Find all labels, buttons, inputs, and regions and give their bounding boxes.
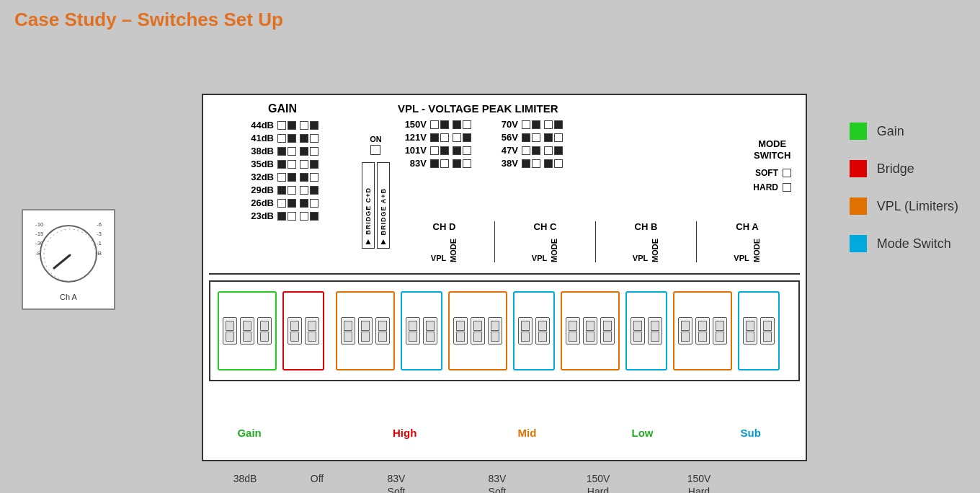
legend-label-bridge: Bridge [877, 161, 914, 177]
low-vpl-group [561, 291, 620, 370]
switch [310, 121, 318, 130]
gain-row-29: 29dB [246, 185, 318, 195]
switch [277, 121, 286, 130]
switch [310, 212, 318, 221]
switch [277, 199, 286, 208]
bottom-group-labels: Gain High Mid Low Sub [209, 427, 800, 440]
switch [300, 173, 308, 182]
switch [288, 212, 296, 221]
switch [288, 186, 296, 195]
hard-switch [783, 183, 791, 192]
switch [277, 134, 286, 143]
gain-rows: 44dB 41dB [246, 120, 318, 221]
low-mode-group [625, 291, 667, 370]
gain-row-32: 32dB [246, 172, 318, 182]
gain-bottom-label: Gain [237, 427, 261, 439]
gain-row-23: 23dB [246, 210, 318, 221]
switch [277, 160, 286, 169]
sub-bottom-label: Sub [741, 427, 761, 439]
switch [288, 134, 296, 143]
legend-label-vpl: VPL (Limiters) [877, 199, 958, 214]
knob-container: -10 -15 -30 -80 -6 -3 -1 0dB Ch A [22, 209, 115, 310]
bridge-group [282, 291, 324, 370]
vpl-section: VPL - VOLTAGE PEAK LIMITER 150V [398, 102, 563, 169]
knob-label: Ch A [60, 293, 77, 301]
gain-row-41: 41dB [246, 133, 318, 143]
switch [300, 160, 308, 169]
vpl-title: VPL - VOLTAGE PEAK LIMITER [398, 102, 563, 115]
switch [277, 186, 286, 195]
knob-circle [40, 225, 97, 283]
legend-color-mode [850, 235, 867, 252]
gain-group [218, 291, 277, 370]
switch [288, 199, 296, 208]
switch [288, 147, 296, 156]
legend-item-vpl: VPL (Limiters) [850, 197, 958, 215]
switch [310, 199, 318, 208]
sub-vpl-group [673, 291, 732, 370]
bottom-switches-area [209, 280, 800, 381]
high-vpl-group [336, 291, 395, 370]
main-panel: GAIN 44dB 41dB [202, 94, 807, 461]
switch [300, 121, 308, 130]
gain-title: GAIN [246, 102, 318, 115]
on-switch [370, 145, 380, 155]
mid-bottom-label: Mid [518, 427, 537, 439]
switch [300, 134, 308, 143]
legend-item-bridge: Bridge [850, 160, 958, 177]
values-row: 38dB Off 83VSoft 83VSoft 150VHard 150VHa… [202, 472, 807, 493]
legend-color-vpl [850, 197, 867, 215]
gain-row-26: 26dB [246, 197, 318, 208]
gain-section: GAIN 44dB 41dB [246, 102, 318, 221]
channel-header-row: CH D VPL MODE CH C VPL MODE CH B VPL [394, 221, 798, 262]
page-title: Case Study – Switches Set Up [14, 9, 283, 31]
switch [277, 212, 286, 221]
legend: Gain Bridge VPL (Limiters) Mode Switch [850, 123, 958, 252]
switch [310, 160, 318, 169]
switch [277, 173, 286, 182]
high-mode-group [401, 291, 442, 370]
low-bottom-label: Low [631, 427, 653, 439]
knob: -10 -15 -30 -80 -6 -3 -1 0dB [32, 218, 104, 290]
switch [310, 134, 318, 143]
high-bottom-label: High [393, 427, 416, 439]
switch [310, 173, 318, 182]
legend-label-gain: Gain [877, 124, 904, 139]
switch [300, 186, 308, 195]
switch [288, 121, 296, 130]
gain-row-44: 44dB [246, 120, 318, 130]
switch [300, 147, 308, 156]
legend-item-gain: Gain [850, 123, 958, 140]
on-bridge-section: ON BRIDGE C+D ▲ BRIDGE A+B ▲ [362, 135, 390, 249]
soft-switch [783, 169, 791, 177]
mode-switch-section: MODESWITCH SOFT HARD [753, 138, 791, 192]
vpl-col1: 150V 121V [398, 119, 471, 169]
mid-vpl-group [448, 291, 507, 370]
mid-mode-group [513, 291, 555, 370]
vpl-col2: 70V 56V [493, 119, 563, 169]
switch [288, 160, 296, 169]
legend-color-bridge [850, 160, 867, 177]
gain-row-38: 38dB [246, 146, 318, 156]
sub-mode-group [738, 291, 780, 370]
switch [310, 186, 318, 195]
switch [277, 147, 286, 156]
switch [310, 147, 318, 156]
switch [300, 199, 308, 208]
gain-row-35: 35dB [246, 159, 318, 169]
switch [300, 212, 308, 221]
switch [288, 173, 296, 182]
legend-label-mode: Mode Switch [877, 236, 951, 252]
legend-item-mode: Mode Switch [850, 235, 958, 252]
legend-color-gain [850, 123, 867, 140]
divider [209, 273, 800, 275]
svg-line-1 [54, 255, 70, 268]
